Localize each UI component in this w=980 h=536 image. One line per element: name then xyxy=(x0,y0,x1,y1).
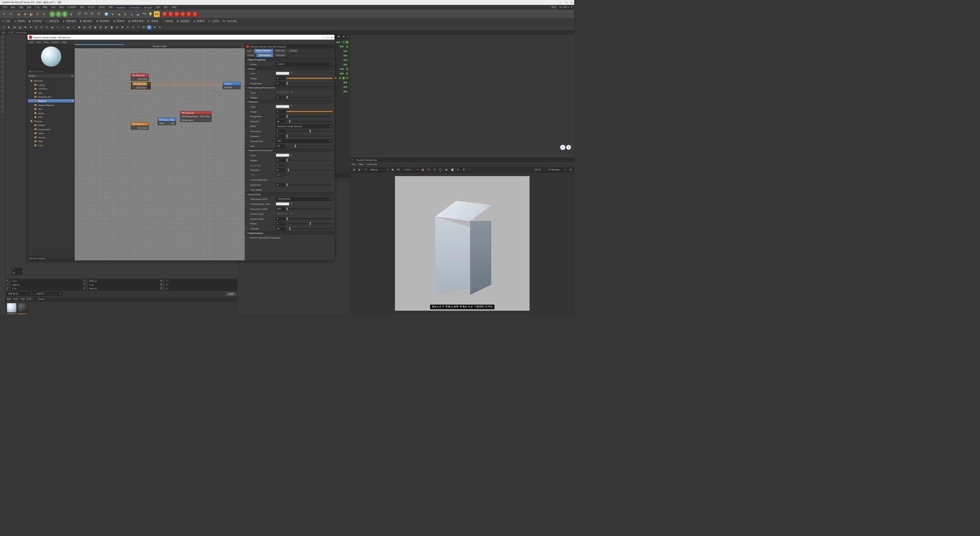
gutter-tool-icon[interactable] xyxy=(0,109,5,114)
field-linear-icon[interactable]: ▤ xyxy=(113,20,115,22)
tab-baseprops[interactable]: Base Properties xyxy=(254,49,273,53)
redo-icon[interactable]: ↷ xyxy=(8,11,13,17)
field-cylinder-icon[interactable]: ▮ xyxy=(80,20,82,22)
field-cone-icon[interactable]: ▲ xyxy=(62,20,65,22)
field-sphere-icon[interactable]: ● xyxy=(15,20,16,22)
coord-mode-select[interactable]: 对象 (相对) xyxy=(7,292,34,295)
tree-item[interactable]: Volume xyxy=(28,135,74,139)
coord-z[interactable]: 0 cm xyxy=(11,287,83,290)
menu-dynamics[interactable]: 动力学 xyxy=(87,5,96,10)
menu-spline[interactable]: 样条 xyxy=(50,5,57,10)
pen-icon[interactable]: ✎ xyxy=(110,11,116,17)
copy-icon[interactable]: ⧉ xyxy=(456,167,461,172)
y-axis-icon[interactable]: Y xyxy=(56,11,61,17)
search-icon[interactable]: 🔍 xyxy=(338,36,340,38)
cube-primitive-icon[interactable]: 🧊 xyxy=(104,11,109,17)
tree-item[interactable]: Utilities xyxy=(28,123,74,127)
menu-character[interactable]: 角色 xyxy=(78,5,86,10)
picker-icon[interactable]: ✎ xyxy=(291,202,294,205)
lock-icon[interactable]: 🔒 xyxy=(421,167,426,172)
field-falloff-icon[interactable]: ◐ xyxy=(147,20,149,22)
zoom-input[interactable]: 100 % xyxy=(535,168,546,171)
field-random-icon[interactable]: ⁛ xyxy=(162,20,164,22)
menu-create[interactable]: 创建 xyxy=(18,5,25,10)
menu-window[interactable]: 窗口 xyxy=(163,5,170,10)
tree-item[interactable]: Material Blender xyxy=(28,103,74,107)
field-sphere2-icon[interactable]: ◉ xyxy=(128,20,130,22)
tree-item[interactable]: Environment xyxy=(28,127,74,131)
find-nodes-input[interactable] xyxy=(32,70,73,72)
field-data-icon[interactable]: ▥ xyxy=(96,20,98,22)
tab-multisss[interactable]: Multi-SSS xyxy=(273,49,287,53)
light-icon[interactable]: 💡 xyxy=(148,11,154,17)
ime-badge[interactable]: 🦌英 xyxy=(560,144,571,150)
win-minimize-icon[interactable]: — xyxy=(323,36,325,38)
tree-item[interactable]: Lights xyxy=(28,131,74,136)
trace-depth-checkbox[interactable] xyxy=(290,237,292,239)
rot-b[interactable]: 0 ° xyxy=(165,287,237,290)
back-color[interactable] xyxy=(276,91,289,94)
close-icon[interactable]: ✕ xyxy=(571,1,573,3)
tab-coating[interactable]: Coating xyxy=(287,49,299,53)
settings-icon[interactable]: ⚙ xyxy=(461,167,466,172)
field-formula-icon[interactable]: fx xyxy=(208,20,210,22)
viewport[interactable]: 100 cm 143 F Redshift Shader Graph - RS … xyxy=(5,34,238,278)
diffuse-rough-slider[interactable] xyxy=(287,83,333,83)
field-surface-icon[interactable]: ◈ xyxy=(194,20,196,22)
t3-icon[interactable]: ▣ xyxy=(77,25,82,30)
t3-icon[interactable]: ▧ xyxy=(98,25,103,30)
z-axis-icon[interactable]: Z xyxy=(62,11,68,17)
t3-icon[interactable]: ◇ xyxy=(71,25,76,30)
aov-select[interactable]: Beauty xyxy=(369,168,389,172)
menu-script[interactable]: 脚本 xyxy=(155,5,162,10)
node-rsmaterial-1[interactable]: RS MaterialOut Color xyxy=(131,74,149,81)
size-x[interactable]: 5000 cm xyxy=(88,279,160,283)
t3-icon[interactable]: ✦ xyxy=(55,25,60,30)
tree-item[interactable]: Math xyxy=(28,139,74,144)
gutter-tool-icon[interactable] xyxy=(0,35,5,39)
gutter-tool-icon[interactable] xyxy=(0,94,5,99)
menu-xparticles[interactable]: X-Particles xyxy=(128,6,142,9)
t3-icon[interactable]: ▨ xyxy=(104,25,109,30)
tree-item[interactable]: Legacy xyxy=(28,83,74,87)
sm-view[interactable]: View xyxy=(36,41,41,43)
x-axis-icon[interactable]: X xyxy=(49,11,55,17)
t3-icon[interactable]: ▦ xyxy=(93,25,98,30)
t3-icon[interactable]: ⊙ xyxy=(2,25,7,30)
gutter-tool-icon[interactable] xyxy=(0,75,5,79)
expand-icon[interactable]: ⊕ xyxy=(568,167,573,172)
menu-file[interactable]: 文件 xyxy=(2,5,9,10)
rs-dot-3-icon[interactable] xyxy=(174,11,180,17)
render-settings-icon[interactable]: 🎬 xyxy=(89,11,95,17)
tab-default[interactable]: 默认 xyxy=(2,31,6,34)
menu-realflow[interactable]: RealFlow xyxy=(115,6,127,9)
menu-mesh[interactable]: 网格 xyxy=(42,5,49,10)
gutter-tool-icon[interactable] xyxy=(0,79,5,84)
gutter-tool-icon[interactable] xyxy=(0,55,5,59)
size-mode-select[interactable]: 绝对尺寸 xyxy=(35,292,62,295)
diffuse-weight-slider[interactable] xyxy=(287,78,333,78)
t3-icon[interactable]: ✧ xyxy=(60,25,65,30)
field-shader-icon[interactable]: ◆ xyxy=(177,20,179,22)
win-maximize-icon[interactable]: ☐ xyxy=(327,36,329,38)
render-refresh-icon[interactable]: ⟳ xyxy=(363,167,368,172)
field-capsule-icon[interactable]: ⬭ xyxy=(46,20,47,23)
channels-icon[interactable]: ▦ xyxy=(444,167,449,172)
subdiv-icon[interactable]: ◉ xyxy=(116,11,122,17)
rotate-icon[interactable]: ⟳ xyxy=(35,11,41,17)
rs-dot-2-icon[interactable] xyxy=(168,11,174,17)
t3-icon[interactable]: ⊕ xyxy=(28,25,33,30)
node-rsmaterial-3[interactable]: RS Material Refl RoughnessOut Color Bump… xyxy=(180,111,211,122)
picker-icon[interactable]: ✎ xyxy=(291,72,294,75)
tab-overall[interactable]: Overall xyxy=(245,53,256,57)
render-region-icon[interactable]: 🎬 xyxy=(83,11,88,17)
psr-icon[interactable]: PSR xyxy=(154,11,160,17)
t3-icon[interactable]: ⊛ xyxy=(44,25,49,30)
t3-icon[interactable]: ◙ xyxy=(120,25,125,30)
t3-icon[interactable]: ⊟ xyxy=(157,25,162,30)
sm-help[interactable]: Help xyxy=(62,41,66,43)
save-icon[interactable]: 💾 xyxy=(450,167,455,172)
gutter-tool-icon[interactable] xyxy=(0,65,5,69)
node-rsmaterial-2[interactable]: RS MaterialOut Color xyxy=(131,82,151,90)
camera-icon[interactable]: 📷 xyxy=(141,11,147,17)
